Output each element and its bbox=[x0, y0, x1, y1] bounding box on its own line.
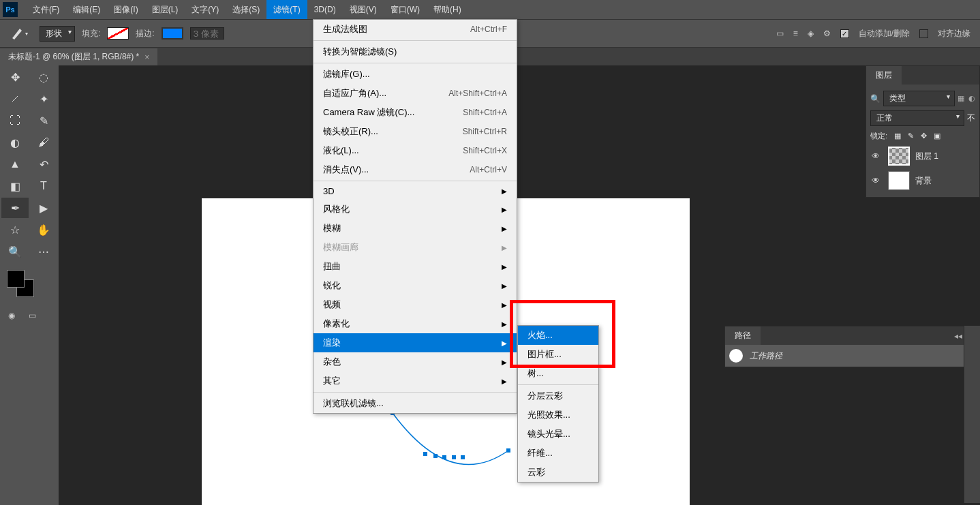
filter-camera-raw[interactable]: Camera Raw 滤镜(C)...Shift+Ctrl+A bbox=[313, 103, 517, 122]
document-tab-title: 未标题-1 @ 60% (图层 1, RGB/8#) * bbox=[8, 51, 139, 63]
filter-sharpen[interactable]: 锐化▶ bbox=[313, 276, 517, 295]
render-lighting[interactable]: 光照效果... bbox=[518, 405, 598, 425]
filter-adjust-icon[interactable]: ◐ bbox=[968, 94, 975, 103]
filter-render[interactable]: 渲染▶ bbox=[313, 333, 517, 352]
menu-3d[interactable]: 3D(D) bbox=[307, 0, 343, 19]
filter-stylize[interactable]: 风格化▶ bbox=[313, 200, 517, 219]
layer-filter-dropdown[interactable]: 类型 bbox=[883, 91, 955, 106]
lock-transparency-icon[interactable]: ▦ bbox=[894, 132, 901, 140]
render-fibers[interactable]: 纤维... bbox=[518, 444, 598, 463]
marquee-tool[interactable]: ◌ bbox=[30, 67, 57, 87]
active-tool-icon[interactable]: ▾ bbox=[5, 25, 33, 42]
filter-video[interactable]: 视频▶ bbox=[313, 295, 517, 314]
menu-window[interactable]: 窗口(W) bbox=[384, 0, 427, 19]
render-flame[interactable]: 火焰... bbox=[518, 326, 598, 345]
align-icon[interactable]: ≡ bbox=[793, 29, 798, 38]
quick-mask-icon[interactable]: ◉ bbox=[8, 311, 15, 320]
menu-filter[interactable]: 滤镜(T) bbox=[266, 0, 307, 19]
path-row-work[interactable]: 工作路径 bbox=[725, 345, 979, 367]
filter-smart-filter[interactable]: 转换为智能滤镜(S) bbox=[313, 42, 517, 61]
path-thumbnail bbox=[729, 349, 743, 363]
layer-row-1[interactable]: 👁 图层 1 bbox=[870, 144, 975, 168]
path-select-tool[interactable]: ▶ bbox=[30, 198, 57, 218]
color-picker[interactable] bbox=[1, 267, 57, 308]
lasso-tool[interactable]: ⟋ bbox=[1, 89, 29, 109]
filter-blur[interactable]: 模糊▶ bbox=[313, 219, 517, 238]
stroke-color-swatch[interactable] bbox=[162, 27, 183, 40]
menu-file[interactable]: 文件(F) bbox=[26, 0, 66, 19]
edit-toolbar[interactable]: ⋯ bbox=[30, 241, 57, 262]
magic-wand-tool[interactable]: ✦ bbox=[30, 89, 57, 109]
stroke-width-input[interactable] bbox=[190, 27, 224, 40]
render-lens-flare[interactable]: 镜头光晕... bbox=[518, 425, 598, 444]
lock-position-icon[interactable]: ✥ bbox=[921, 132, 927, 140]
lock-artboard-icon[interactable]: ▣ bbox=[934, 132, 940, 140]
type-tool[interactable]: T bbox=[30, 176, 57, 196]
filter-pixel-icon[interactable]: ▦ bbox=[958, 94, 964, 103]
menu-view[interactable]: 视图(V) bbox=[343, 0, 384, 19]
render-tree[interactable]: 树... bbox=[518, 364, 598, 383]
fill-color-swatch[interactable] bbox=[107, 27, 129, 40]
path-ops-icon[interactable]: ▭ bbox=[776, 29, 784, 38]
brush-tool[interactable]: 🖌 bbox=[30, 132, 57, 153]
crop-tool[interactable]: ⛶ bbox=[1, 110, 29, 131]
layers-tab[interactable]: 图层 bbox=[866, 66, 902, 85]
foreground-color[interactable] bbox=[7, 270, 25, 288]
visibility-icon[interactable]: 👁 bbox=[872, 176, 883, 185]
pen-tool[interactable]: ✒ bbox=[1, 198, 29, 218]
paths-panel: 路径 ◂◂ × 工作路径 bbox=[724, 326, 980, 367]
filter-adaptive-wide[interactable]: 自适应广角(A)...Alt+Shift+Ctrl+A bbox=[313, 84, 517, 103]
eyedropper-tool[interactable]: ✎ bbox=[30, 110, 57, 131]
vector-path[interactable] bbox=[389, 410, 525, 478]
layer-thumbnail[interactable] bbox=[888, 147, 910, 166]
lock-pixels-icon[interactable]: ✎ bbox=[908, 132, 914, 140]
auto-add-delete-checkbox[interactable]: ✓ bbox=[840, 29, 849, 38]
menu-image[interactable]: 图像(I) bbox=[107, 0, 144, 19]
layer-thumbnail[interactable] bbox=[888, 171, 910, 190]
render-clouds[interactable]: 云彩 bbox=[518, 463, 598, 482]
menu-edit[interactable]: 编辑(E) bbox=[66, 0, 107, 19]
filter-vanishing[interactable]: 消失点(V)...Alt+Ctrl+V bbox=[313, 160, 517, 179]
history-brush-tool[interactable]: ↶ bbox=[30, 154, 57, 174]
svg-rect-5 bbox=[461, 455, 465, 459]
visibility-icon[interactable]: 👁 bbox=[872, 151, 883, 161]
eraser-tool[interactable]: ◧ bbox=[1, 176, 29, 196]
render-diff-clouds[interactable]: 分层云彩 bbox=[518, 386, 598, 405]
filter-normal-map[interactable]: 生成法线图Alt+Ctrl+F bbox=[313, 20, 517, 39]
filter-other[interactable]: 其它▶ bbox=[313, 371, 517, 391]
screen-mode-icon[interactable]: ▭ bbox=[29, 311, 36, 320]
layer-row-background[interactable]: 👁 背景 bbox=[870, 168, 975, 193]
document-tab-close[interactable]: × bbox=[144, 52, 149, 62]
align-edges-checkbox[interactable] bbox=[919, 29, 928, 38]
filter-3d[interactable]: 3D▶ bbox=[313, 183, 517, 200]
shape-tool[interactable]: ☆ bbox=[1, 219, 29, 240]
stamp-tool[interactable]: ▲ bbox=[1, 154, 29, 174]
filter-browse-online[interactable]: 浏览联机滤镜... bbox=[313, 394, 517, 413]
paths-tab[interactable]: 路径 bbox=[725, 326, 761, 345]
filter-dropdown-menu: 生成法线图Alt+Ctrl+F 转换为智能滤镜(S) 滤镜库(G)... 自适应… bbox=[313, 19, 517, 414]
path-name: 工作路径 bbox=[750, 350, 782, 362]
healing-tool[interactable]: ◐ bbox=[1, 132, 29, 153]
move-tool[interactable]: ✥ bbox=[1, 67, 29, 87]
blend-mode-dropdown[interactable]: 正常 bbox=[870, 110, 964, 126]
filter-distort[interactable]: 扭曲▶ bbox=[313, 257, 517, 276]
render-picture-frame[interactable]: 图片框... bbox=[518, 345, 598, 364]
render-submenu: 火焰... 图片框... 树... 分层云彩 光照效果... 镜头光晕... 纤… bbox=[517, 325, 599, 483]
menu-help[interactable]: 帮助(H) bbox=[427, 0, 468, 19]
menu-layer[interactable]: 图层(L) bbox=[145, 0, 185, 19]
document-tab[interactable]: 未标题-1 @ 60% (图层 1, RGB/8#) * × bbox=[0, 48, 157, 65]
collapse-icon[interactable]: ◂◂ bbox=[954, 331, 962, 341]
shape-mode-dropdown[interactable]: 形状 bbox=[40, 26, 75, 42]
filter-liquify[interactable]: 液化(L)...Shift+Ctrl+X bbox=[313, 141, 517, 160]
filter-gallery[interactable]: 滤镜库(G)... bbox=[313, 65, 517, 84]
search-icon[interactable]: 🔍 bbox=[870, 94, 881, 104]
zoom-tool[interactable]: 🔍 bbox=[1, 241, 29, 262]
arrange-icon[interactable]: ◈ bbox=[808, 29, 814, 38]
menu-select[interactable]: 选择(S) bbox=[226, 0, 266, 19]
menu-type[interactable]: 文字(Y) bbox=[185, 0, 226, 19]
filter-pixelate[interactable]: 像素化▶ bbox=[313, 314, 517, 333]
hand-tool[interactable]: ✋ bbox=[30, 219, 57, 240]
filter-lens-correction[interactable]: 镜头校正(R)...Shift+Ctrl+R bbox=[313, 122, 517, 141]
gear-icon[interactable]: ⚙ bbox=[823, 29, 831, 38]
filter-noise[interactable]: 杂色▶ bbox=[313, 352, 517, 371]
